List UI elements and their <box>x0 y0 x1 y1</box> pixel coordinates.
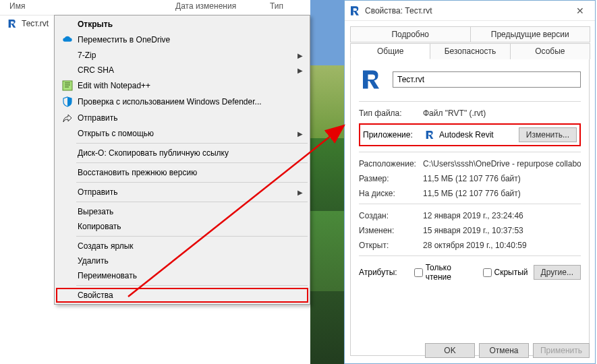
menu-separator <box>76 202 308 202</box>
change-app-button[interactable]: Изменить... <box>519 127 577 142</box>
ok-button[interactable]: OK <box>425 343 475 358</box>
application-value: Autodesk Revit <box>439 130 494 140</box>
cancel-button[interactable]: Отмена <box>479 343 529 358</box>
menu-rename[interactable]: Переименовать <box>56 268 308 283</box>
filetype-label: Тип файла: <box>359 109 423 118</box>
revit-file-icon <box>7 18 18 29</box>
menu-separator <box>76 236 308 237</box>
opened-label: Открыт: <box>359 241 423 250</box>
menu-crc-sha[interactable]: CRC SHA▶ <box>56 63 308 78</box>
revit-file-big-icon <box>359 67 383 92</box>
menu-share[interactable]: Отправить <box>56 110 308 126</box>
menu-separator <box>76 162 308 163</box>
menu-create-shortcut[interactable]: Создать ярлык <box>56 239 308 253</box>
tab-previous-versions[interactable]: Предыдущие версии <box>470 26 591 42</box>
onedrive-icon <box>60 34 75 45</box>
menu-send-to[interactable]: Отправить▶ <box>56 185 308 200</box>
filename-input[interactable] <box>393 71 581 88</box>
column-date[interactable]: Дата изменения <box>175 1 270 11</box>
menu-disko-copy-link[interactable]: Диск-O: Скопировать публичную ссылку <box>56 146 308 160</box>
chevron-right-icon: ▶ <box>297 67 303 74</box>
menu-separator <box>76 143 308 144</box>
share-icon <box>60 113 75 123</box>
menu-restore-version[interactable]: Восстановить прежнюю версию <box>56 165 308 180</box>
menu-delete[interactable]: Удалить <box>56 253 308 268</box>
chevron-right-icon: ▶ <box>297 189 303 196</box>
close-button[interactable]: ✕ <box>565 1 595 21</box>
opened-value: 28 октября 2019 г., 10:40:59 <box>423 241 581 250</box>
tab-details[interactable]: Подробно <box>350 26 471 42</box>
revit-app-small-icon <box>424 129 435 140</box>
menu-edit-notepadpp[interactable]: Edit with Notepad++ <box>56 78 308 94</box>
properties-dialog: Свойства: Тест.rvt ✕ Подробно Предыдущие… <box>344 0 596 364</box>
ondisk-label: На диске: <box>359 189 423 198</box>
ondisk-value: 11,5 МБ (12 107 776 байт) <box>423 189 581 198</box>
menu-copy[interactable]: Копировать <box>56 219 308 234</box>
menu-open[interactable]: Открыть <box>56 17 308 32</box>
menu-properties[interactable]: Свойства <box>56 288 308 303</box>
modified-value: 15 января 2019 г., 10:37:53 <box>423 226 581 235</box>
tab-special[interactable]: Особые <box>510 43 590 59</box>
created-value: 12 января 2019 г., 23:24:46 <box>423 211 581 220</box>
menu-open-with[interactable]: Открыть с помощью▶ <box>56 126 308 141</box>
tab-body-general: Тип файла: Файл "RVT" (.rvt) Приложение:… <box>350 59 590 356</box>
tab-security[interactable]: Безопасность <box>430 43 510 59</box>
defender-shield-icon <box>60 96 75 107</box>
location-label: Расположение: <box>359 159 423 169</box>
readonly-checkbox[interactable]: Только чтение <box>414 263 478 282</box>
chevron-right-icon: ▶ <box>297 52 303 59</box>
filetype-value: Файл "RVT" (.rvt) <box>423 109 581 118</box>
menu-windows-defender[interactable]: Проверка с использованием Windows Defend… <box>56 94 308 110</box>
tab-general[interactable]: Общие <box>350 43 430 59</box>
location-value: C:\Users\sssh\OneDrive - repurpose colla… <box>423 159 581 169</box>
other-attributes-button[interactable]: Другие... <box>534 265 581 280</box>
size-label: Размер: <box>359 174 423 183</box>
modified-label: Изменен: <box>359 226 423 235</box>
revit-app-icon <box>349 5 361 17</box>
window-title: Свойства: Тест.rvt <box>361 6 565 16</box>
hidden-checkbox[interactable]: Скрытый <box>483 268 528 277</box>
svg-rect-1 <box>63 81 72 90</box>
menu-move-to-onedrive[interactable]: Переместить в OneDrive <box>56 32 308 48</box>
notepadpp-icon <box>60 80 75 91</box>
created-label: Создан: <box>359 211 423 220</box>
menu-cut[interactable]: Вырезать <box>56 204 308 219</box>
application-label: Приложение: <box>363 130 424 140</box>
menu-7zip[interactable]: 7-Zip▶ <box>56 48 308 63</box>
context-menu: Открыть Переместить в OneDrive 7-Zip▶ CR… <box>54 15 310 305</box>
apply-button[interactable]: Применить <box>533 343 590 358</box>
desktop-wallpaper-strip <box>310 0 344 364</box>
attributes-label: Атрибуты: <box>359 268 409 277</box>
titlebar: Свойства: Тест.rvt ✕ <box>345 1 595 21</box>
menu-separator <box>76 285 308 286</box>
explorer-columns: Имя Дата изменения Тип <box>0 0 337 16</box>
menu-separator <box>76 182 308 183</box>
column-name[interactable]: Имя <box>0 1 175 11</box>
size-value: 11,5 МБ (12 107 776 байт) <box>423 174 581 183</box>
application-row-highlight: Приложение: Autodesk Revit Изменить... <box>359 123 581 146</box>
chevron-right-icon: ▶ <box>297 130 303 138</box>
